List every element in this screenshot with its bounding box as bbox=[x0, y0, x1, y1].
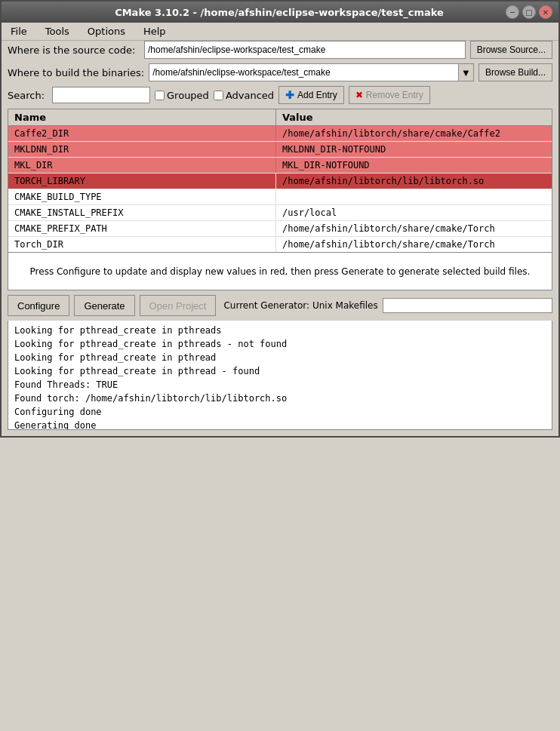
log-line: Found Threads: TRUE bbox=[14, 379, 118, 390]
maximize-button[interactable]: □ bbox=[522, 5, 536, 19]
cell-value: /home/afshin/libtorch/share/cmake/Torch bbox=[276, 237, 552, 252]
grouped-checkbox[interactable] bbox=[155, 91, 165, 100]
table-row[interactable]: CMAKE_BUILD_TYPE bbox=[8, 189, 552, 205]
bottom-controls: Configure Generate Open Project Current … bbox=[2, 290, 558, 321]
cell-name: MKL_DIR bbox=[8, 158, 276, 173]
generate-button[interactable]: Generate bbox=[74, 295, 134, 316]
message-area: Press Configure to update and display ne… bbox=[8, 253, 552, 290]
source-input[interactable] bbox=[144, 41, 466, 59]
column-header-value: Value bbox=[276, 109, 552, 125]
log-section: Looking for pthread_create in pthreads L… bbox=[2, 321, 558, 436]
menu-bar: File Tools Options Help bbox=[2, 23, 558, 41]
cell-name: MKLDNN_DIR bbox=[8, 142, 276, 157]
table-row[interactable]: CMAKE_PREFIX_PATH /home/afshin/libtorch/… bbox=[8, 221, 552, 237]
entries-table: Name Value Caffe2_DIR /home/afshin/libto… bbox=[8, 109, 552, 253]
cell-name: Torch_DIR bbox=[8, 237, 276, 252]
remove-icon: ✖ bbox=[355, 90, 363, 100]
open-project-button[interactable]: Open Project bbox=[140, 295, 217, 316]
form-area: Where is the source code: Browse Source.… bbox=[2, 41, 558, 104]
grouped-checkbox-label[interactable]: Grouped bbox=[155, 90, 209, 101]
menu-file[interactable]: File bbox=[8, 24, 30, 38]
build-dropdown-arrow[interactable]: ▼ bbox=[458, 64, 473, 81]
log-line: Found torch: /home/afshin/libtorch/lib/l… bbox=[14, 393, 287, 404]
cell-value: MKL_DIR-NOTFOUND bbox=[276, 158, 552, 173]
log-line: Looking for pthread_create in pthreads bbox=[14, 325, 222, 336]
cell-name: CMAKE_INSTALL_PREFIX bbox=[8, 205, 276, 220]
close-button[interactable]: ✕ bbox=[539, 5, 552, 19]
log-line: Generating done bbox=[14, 420, 96, 430]
browse-source-button[interactable]: Browse Source... bbox=[470, 41, 552, 59]
search-input[interactable] bbox=[52, 87, 150, 103]
cmake-window: CMake 3.10.2 - /home/afshin/eclipse-work… bbox=[0, 0, 560, 438]
table-row[interactable]: Caffe2_DIR /home/afshin/libtorch/share/c… bbox=[8, 126, 552, 142]
configure-button[interactable]: Configure bbox=[8, 295, 69, 316]
table-body: Caffe2_DIR /home/afshin/libtorch/share/c… bbox=[8, 126, 552, 252]
cell-value: /home/afshin/libtorch/share/cmake/Caffe2 bbox=[276, 126, 552, 141]
cell-value: MKLDNN_DIR-NOTFOUND bbox=[276, 142, 552, 157]
cell-value: /home/afshin/libtorch/share/cmake/Torch bbox=[276, 221, 552, 236]
table-row[interactable]: TORCH_LIBRARY /home/afshin/libtorch/lib/… bbox=[8, 174, 552, 189]
add-entry-button[interactable]: ✚ Add Entry bbox=[278, 86, 344, 104]
advanced-checkbox-label[interactable]: Advanced bbox=[214, 90, 274, 101]
build-combo: ▼ bbox=[149, 63, 474, 81]
table-row[interactable]: Torch_DIR /home/afshin/libtorch/share/cm… bbox=[8, 237, 552, 252]
browse-build-button[interactable]: Browse Build... bbox=[478, 63, 552, 81]
log-line: Configuring done bbox=[14, 407, 102, 417]
window-controls: ─ □ ✕ bbox=[506, 5, 552, 19]
build-input[interactable] bbox=[149, 64, 458, 81]
column-header-name: Name bbox=[8, 109, 276, 125]
cell-value: /home/afshin/libtorch/lib/libtorch.so bbox=[276, 174, 552, 189]
log-line: Looking for pthread_create in pthreads -… bbox=[14, 339, 287, 349]
log-line: Looking for pthread_create in pthread - … bbox=[14, 366, 260, 376]
menu-tools[interactable]: Tools bbox=[42, 24, 72, 38]
menu-options[interactable]: Options bbox=[85, 24, 128, 38]
advanced-checkbox[interactable] bbox=[214, 91, 223, 100]
cell-value: /usr/local bbox=[276, 205, 552, 220]
table-row[interactable]: CMAKE_INSTALL_PREFIX /usr/local bbox=[8, 205, 552, 221]
build-row: Where to build the binaries: ▼ Browse Bu… bbox=[8, 63, 552, 81]
source-row: Where is the source code: Browse Source.… bbox=[8, 41, 552, 59]
table-row[interactable]: MKL_DIR MKL_DIR-NOTFOUND bbox=[8, 158, 552, 174]
cell-name: Caffe2_DIR bbox=[8, 126, 276, 141]
log-line: Looking for pthread_create in pthread bbox=[14, 352, 216, 363]
log-area[interactable]: Looking for pthread_create in pthreads L… bbox=[8, 321, 552, 430]
add-icon: ✚ bbox=[285, 89, 294, 101]
search-label: Search: bbox=[8, 90, 45, 101]
window-title: CMake 3.10.2 - /home/afshin/eclipse-work… bbox=[53, 7, 506, 18]
remove-entry-button[interactable]: ✖ Remove Entry bbox=[349, 86, 430, 104]
progress-bar bbox=[383, 298, 552, 313]
table-header: Name Value bbox=[8, 109, 552, 126]
title-bar: CMake 3.10.2 - /home/afshin/eclipse-work… bbox=[2, 2, 558, 23]
cell-value bbox=[276, 189, 552, 204]
generator-label: Current Generator: Unix Makefiles bbox=[223, 300, 377, 311]
cell-name: CMAKE_PREFIX_PATH bbox=[8, 221, 276, 236]
toolbar-row: Search: Grouped Advanced ✚ Add Entry ✖ R… bbox=[8, 86, 552, 104]
menu-help[interactable]: Help bbox=[140, 24, 169, 38]
cell-name: CMAKE_BUILD_TYPE bbox=[8, 189, 276, 204]
table-row[interactable]: MKLDNN_DIR MKLDNN_DIR-NOTFOUND bbox=[8, 142, 552, 158]
build-label: Where to build the binaries: bbox=[8, 67, 144, 78]
minimize-button[interactable]: ─ bbox=[506, 5, 519, 19]
source-label: Where is the source code: bbox=[8, 45, 140, 56]
table-section: Name Value Caffe2_DIR /home/afshin/libto… bbox=[2, 109, 558, 290]
cell-name: TORCH_LIBRARY bbox=[8, 174, 276, 189]
